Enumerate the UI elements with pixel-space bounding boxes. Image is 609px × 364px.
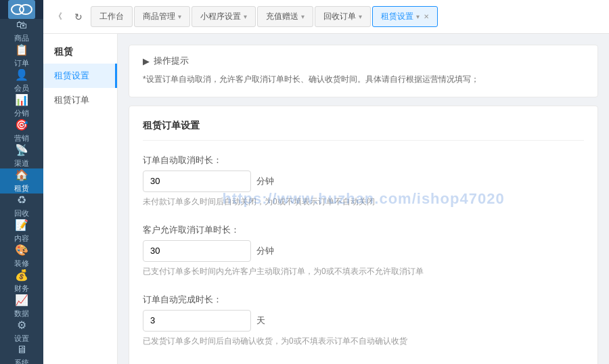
topbar: 《 ↻ 工作台 商品管理 ▾ 小程序设置 ▾ 充值赠送 ▾ 回收订单 ▾ xyxy=(43,0,609,34)
content-icon: 📝 xyxy=(15,219,28,231)
tab-recycle-orders-label: 回收订单 xyxy=(323,11,356,22)
tips-header[interactable]: ▶ 操作提示 xyxy=(143,55,584,67)
sidebar-item-members-label: 会员 xyxy=(14,83,29,93)
sidebar-item-recycle-label: 回收 xyxy=(14,208,29,219)
decor-icon: 🎨 xyxy=(15,244,28,256)
sidebar-item-members[interactable]: 👤 会员 xyxy=(0,68,43,93)
form-label-allow-cancel: 客户允许取消订单时长： xyxy=(143,224,584,236)
sidebar-item-data-label: 数据 xyxy=(14,309,29,319)
sidebar-item-orders-label: 订单 xyxy=(14,58,29,68)
form-input-row-allow-cancel: 分钟 xyxy=(143,240,584,262)
marketing-icon: 🎯 xyxy=(15,118,28,131)
svg-point-1 xyxy=(20,5,32,14)
form-label-auto-confirm: 订单自动完成时长： xyxy=(143,294,584,306)
auto-confirm-hint: 已发货订单多久时间后自动确认收货，为0或不填表示订单不自动确认收货 xyxy=(143,336,584,347)
sidebar-item-goods-label: 商品 xyxy=(14,33,29,43)
sub-sidebar-item-rental-orders[interactable]: 租赁订单 xyxy=(43,88,117,112)
nav-tabs: 工作台 商品管理 ▾ 小程序设置 ▾ 充值赠送 ▾ 回收订单 ▾ 租赁设置 ▾ … xyxy=(91,6,602,27)
tab-mini[interactable]: 小程序设置 ▾ xyxy=(191,6,256,27)
form-row-auto-cancel: 订单自动取消时长： 分钟 未付款订单多久时间后自动关闭，为0或不填表示订单不自动… xyxy=(143,154,584,208)
tab-workspace-label: 工作台 xyxy=(99,11,124,22)
tab-recharge-label: 充值赠送 xyxy=(266,11,298,22)
sidebar-logo xyxy=(0,0,43,19)
auto-confirm-input[interactable] xyxy=(143,310,251,332)
sidebar-item-orders[interactable]: 📋 订单 xyxy=(0,43,43,68)
collapse-button[interactable]: 《 xyxy=(50,9,66,25)
tab-rental-settings-close[interactable]: ✕ xyxy=(424,13,429,20)
tips-header-label: 操作提示 xyxy=(154,55,189,67)
tab-mini-label: 小程序设置 xyxy=(200,11,241,22)
sidebar-item-channels[interactable]: 📡 渠道 xyxy=(0,143,43,168)
sidebar-item-content-label: 内容 xyxy=(14,233,29,244)
recycle-icon: ♻ xyxy=(17,194,26,206)
sub-sidebar: 租赁 租赁设置 租赁订单 xyxy=(43,34,118,364)
sidebar-item-rental-label: 租赁 xyxy=(14,183,29,194)
sidebar-item-content[interactable]: 📝 内容 xyxy=(0,219,43,244)
tab-rental-settings-arrow: ▾ xyxy=(416,13,420,20)
sidebar: 🛍 商品 📋 订单 👤 会员 📊 分销 🎯 营销 📡 渠道 🏠 租赁 ♻ 回收 … xyxy=(0,0,43,364)
sidebar-item-channels-label: 渠道 xyxy=(14,158,29,168)
tab-merchant-label: 商品管理 xyxy=(143,11,175,22)
sidebar-item-data[interactable]: 📈 数据 xyxy=(0,294,43,319)
sidebar-item-finance[interactable]: 💰 财务 xyxy=(0,269,43,294)
orders-icon: 📋 xyxy=(15,43,28,56)
settings-box: 租赁订单设置 订单自动取消时长： 分钟 未付款订单多久时间后自动关闭，为0或不填… xyxy=(129,106,598,364)
sidebar-item-finance-label: 财务 xyxy=(14,283,29,294)
auto-cancel-unit: 分钟 xyxy=(256,175,274,187)
page-content: https://www.huzhan.com/ishop47020 ▶ 操作提示… xyxy=(118,34,609,364)
tab-merchant[interactable]: 商品管理 ▾ xyxy=(134,6,190,27)
content-area: 租赁 租赁设置 租赁订单 https://www.huzhan.com/isho… xyxy=(43,34,609,364)
sidebar-item-goods[interactable]: 🛍 商品 xyxy=(0,19,43,43)
main-area: 《 ↻ 工作台 商品管理 ▾ 小程序设置 ▾ 充值赠送 ▾ 回收订单 ▾ xyxy=(43,0,609,364)
system-icon: 🖥 xyxy=(16,344,27,356)
sidebar-item-decor-label: 装修 xyxy=(14,258,29,269)
settings-title: 租赁订单设置 xyxy=(143,120,584,141)
sub-sidebar-title: 租赁 xyxy=(43,41,117,64)
sidebar-item-distribute[interactable]: 📊 分销 xyxy=(0,93,43,118)
sidebar-item-settings-label: 设置 xyxy=(14,334,29,344)
refresh-button[interactable]: ↻ xyxy=(69,7,88,26)
allow-cancel-unit: 分钟 xyxy=(256,245,274,257)
goods-icon: 🛍 xyxy=(16,19,27,31)
tab-merchant-arrow: ▾ xyxy=(178,13,181,20)
form-label-auto-cancel: 订单自动取消时长： xyxy=(143,154,584,166)
sidebar-item-rental[interactable]: 🏠 租赁 xyxy=(0,168,43,194)
allow-cancel-hint: 已支付订单多长时间内允许客户主动取消订单，为0或不填表示不允许取消订单 xyxy=(143,266,584,277)
tab-rental-settings-label: 租赁设置 xyxy=(381,11,413,22)
sidebar-item-decor[interactable]: 🎨 装修 xyxy=(0,244,43,269)
sidebar-item-marketing[interactable]: 🎯 营销 xyxy=(0,118,43,143)
tab-recycle-orders-arrow: ▾ xyxy=(359,13,362,20)
sub-sidebar-item-rental-settings[interactable]: 租赁设置 xyxy=(43,64,117,88)
tab-recharge[interactable]: 充值赠送 ▾ xyxy=(257,6,313,27)
auto-cancel-input[interactable] xyxy=(143,170,251,192)
form-row-auto-confirm: 订单自动完成时长： 天 已发货订单多久时间后自动确认收货，为0或不填表示订单不自… xyxy=(143,294,584,347)
tab-workspace[interactable]: 工作台 xyxy=(91,6,133,27)
auto-cancel-hint: 未付款订单多久时间后自动关闭，为0或不填表示订单不自动关闭 xyxy=(143,196,584,208)
sidebar-item-distribute-label: 分销 xyxy=(14,108,29,118)
finance-icon: 💰 xyxy=(15,269,28,281)
tips-arrow-icon: ▶ xyxy=(143,56,150,66)
allow-cancel-input[interactable] xyxy=(143,240,251,262)
settings-icon: ⚙ xyxy=(17,319,26,332)
tips-content: *设置订单自动取消，允许客户取消订单时长、确认收货时间。具体请自行根据运营情况填… xyxy=(143,72,584,87)
channels-icon: 📡 xyxy=(15,143,28,156)
rental-icon: 🏠 xyxy=(15,168,28,181)
tab-recycle-orders[interactable]: 回收订单 ▾ xyxy=(315,6,371,27)
form-row-allow-cancel: 客户允许取消订单时长： 分钟 已支付订单多长时间内允许客户主动取消订单，为0或不… xyxy=(143,224,584,277)
logo-image xyxy=(8,0,35,19)
sidebar-item-system-label: 系统 xyxy=(14,358,29,364)
sidebar-item-marketing-label: 营销 xyxy=(14,133,29,143)
distribute-icon: 📊 xyxy=(15,93,28,106)
sidebar-item-settings[interactable]: ⚙ 设置 xyxy=(0,319,43,344)
sidebar-item-system[interactable]: 🖥 系统 xyxy=(0,344,43,364)
tab-recharge-arrow: ▾ xyxy=(301,13,304,20)
form-input-row-auto-cancel: 分钟 xyxy=(143,170,584,192)
data-icon: 📈 xyxy=(15,294,28,306)
auto-confirm-unit: 天 xyxy=(256,315,265,327)
tab-rental-settings[interactable]: 租赁设置 ▾ ✕ xyxy=(372,6,438,27)
form-input-row-auto-confirm: 天 xyxy=(143,310,584,332)
tips-box: ▶ 操作提示 *设置订单自动取消，允许客户取消订单时长、确认收货时间。具体请自行… xyxy=(129,45,598,97)
sidebar-item-recycle[interactable]: ♻ 回收 xyxy=(0,194,43,219)
tab-mini-arrow: ▾ xyxy=(244,13,247,20)
members-icon: 👤 xyxy=(15,68,28,81)
